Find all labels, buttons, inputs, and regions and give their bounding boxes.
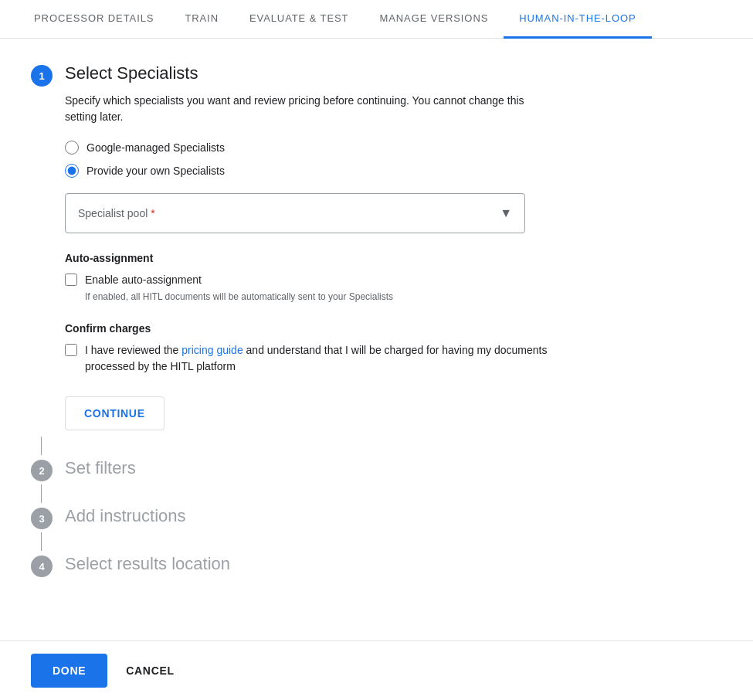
auto-assignment-checkbox-row: Enable auto-assignment If enabled, all H… (65, 272, 587, 304)
specialist-pool-dropdown[interactable]: Specialist pool* ▼ (65, 193, 525, 233)
step-4-title: Select results location (65, 554, 230, 574)
tab-human-in-the-loop[interactable]: HUMAN-IN-THE-LOOP (504, 0, 651, 39)
continue-button[interactable]: CONTINUE (65, 396, 165, 430)
step-3-row: 3 Add instructions (31, 506, 587, 529)
radio-provide-own[interactable]: Provide your own Specialists (65, 164, 587, 178)
bottom-bar: DONE CANCEL (0, 641, 753, 700)
step-4-badge: 4 (31, 556, 53, 577)
step-2-title: Set filters (65, 458, 136, 478)
auto-assignment-label: Auto-assignment (65, 252, 587, 264)
radio-group: Google-managed Specialists Provide your … (65, 141, 587, 178)
step-4-row: 4 Select results location (31, 554, 587, 577)
step-2-row: 2 Set filters (31, 458, 587, 481)
step-1-title: Select Specialists (65, 63, 198, 83)
dropdown-arrow-icon: ▼ (500, 206, 512, 220)
connector-2-3 (41, 484, 42, 503)
pricing-guide-link[interactable]: pricing guide (181, 344, 243, 356)
step-3-title: Add instructions (65, 506, 186, 526)
tab-processor-details[interactable]: PROCESSOR DETAILS (19, 0, 169, 39)
nav-tabs: PROCESSOR DETAILS TRAIN EVALUATE & TEST … (0, 0, 753, 39)
step-1-description: Specify which specialists you want and r… (65, 93, 544, 125)
step-1-content: Specify which specialists you want and r… (65, 93, 587, 430)
step-1-badge: 1 (31, 65, 53, 87)
specialist-pool-container: Specialist pool* ▼ (65, 193, 587, 233)
tab-train[interactable]: TRAIN (169, 0, 234, 39)
confirm-charges-text: I have reviewed the pricing guide and un… (85, 342, 587, 375)
auto-assignment-checkbox-text: Enable auto-assignment (85, 272, 393, 288)
connector-1-2 (41, 437, 42, 455)
confirm-charges-checkbox-row: I have reviewed the pricing guide and un… (65, 342, 587, 375)
cancel-button[interactable]: CANCEL (120, 664, 181, 677)
connector-3-4 (41, 532, 42, 551)
main-content: 1 Select Specialists Specify which speci… (0, 39, 618, 664)
radio-google-managed-label: Google-managed Specialists (86, 141, 225, 154)
radio-provide-own-label: Provide your own Specialists (86, 165, 225, 177)
auto-assignment-subtext: If enabled, all HITL documents will be a… (85, 290, 393, 304)
confirm-charges-section: Confirm charges I have reviewed the pric… (65, 322, 587, 375)
auto-assignment-checkbox[interactable] (65, 274, 77, 286)
confirm-charges-label: Confirm charges (65, 322, 587, 335)
required-asterisk: * (151, 207, 154, 219)
tab-manage-versions[interactable]: MANAGE VERSIONS (364, 0, 504, 39)
step-2-badge: 2 (31, 460, 53, 481)
step-1-row: 1 Select Specialists (31, 63, 587, 87)
radio-google-managed-input[interactable] (65, 141, 79, 155)
auto-assignment-section: Auto-assignment Enable auto-assignment I… (65, 252, 587, 304)
step-3-badge: 3 (31, 508, 53, 529)
radio-google-managed[interactable]: Google-managed Specialists (65, 141, 587, 155)
confirm-charges-checkbox[interactable] (65, 344, 77, 356)
radio-provide-own-input[interactable] (65, 164, 79, 178)
tab-evaluate-test[interactable]: EVALUATE & TEST (234, 0, 365, 39)
done-button[interactable]: DONE (31, 654, 107, 688)
dropdown-label: Specialist pool* (78, 207, 155, 219)
